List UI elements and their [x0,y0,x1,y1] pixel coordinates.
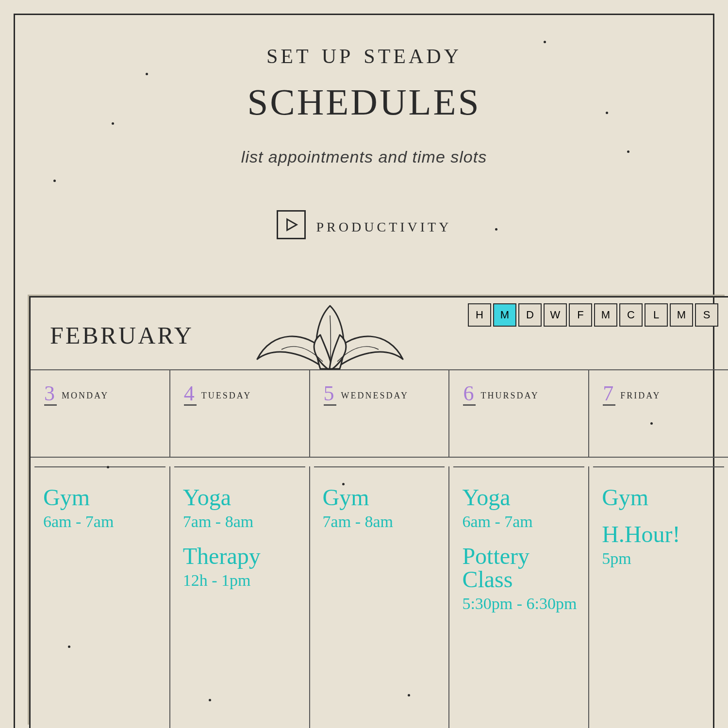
entry-title: Pottery Class [462,545,579,591]
entry-time: 7am - 8am [183,512,300,531]
entry-title: Gym [323,486,440,509]
view-tab-m[interactable]: M [670,303,693,327]
entry-title: Yoga [462,486,579,509]
entry-title: Yoga [183,486,300,509]
calendar-entry[interactable]: Gym7am - 8am [323,486,440,531]
day-number: 4 [184,383,197,406]
view-tab-c[interactable]: C [619,303,643,327]
calendar-entry[interactable]: H.Hour!5pm [602,523,719,568]
day-name: tuesday [201,387,251,402]
calendar-entry[interactable]: Gym6am - 7am [43,486,161,531]
calendar-entry[interactable]: Yoga6am - 7am [462,486,579,531]
entry-title: H.Hour! [602,523,719,546]
calendar-entry[interactable]: Yoga7am - 8am [183,486,300,531]
calendar-month: february [50,312,194,352]
view-tab-m[interactable]: M [493,303,516,327]
day-header-tuesday[interactable]: 4tuesday [170,370,310,457]
calendar-entry[interactable]: Therapy12h - 1pm [183,545,300,590]
day-column-thursday[interactable]: Yoga6am - 7amPottery Class5:30pm - 6:30p… [449,466,589,728]
view-tabs: HMDWFMCLMS [468,303,718,327]
day-column-friday[interactable]: GymH.Hour!5pm [589,466,728,728]
day-name: monday [62,387,109,402]
view-tab-f[interactable]: F [569,303,592,327]
day-header-monday[interactable]: 3monday [31,370,170,457]
day-number: 5 [324,383,336,406]
entry-title: Gym [43,486,161,509]
day-column-tuesday[interactable]: Yoga7am - 8amTherapy12h - 1pm [170,466,310,728]
day-number: 3 [44,383,57,406]
entry-title: Therapy [183,545,300,568]
day-header-thursday[interactable]: 6thursday [449,370,589,457]
day-name: wednesday [341,387,409,402]
entry-time: 5:30pm - 6:30pm [462,594,579,613]
view-tab-m[interactable]: M [594,303,617,327]
day-name: thursday [480,387,539,402]
view-tab-w[interactable]: W [544,303,567,327]
view-tab-h[interactable]: H [468,303,491,327]
day-column-monday[interactable]: Gym6am - 7am [31,466,170,728]
view-tab-l[interactable]: L [645,303,668,327]
entry-time: 5pm [602,549,719,568]
entry-time: 6am - 7am [462,512,579,531]
calendar-entry[interactable]: Pottery Class5:30pm - 6:30pm [462,545,579,613]
day-header-friday[interactable]: 7friday [589,370,728,457]
entry-time: 7am - 8am [323,512,440,531]
calendar-panel: february HMDWFMCLMS 3monday4tuesday5wedn… [29,296,728,728]
day-name: friday [620,387,661,402]
day-number: 6 [463,383,476,406]
day-column-wednesday[interactable]: Gym7am - 8am [310,466,450,728]
entry-title: Gym [602,486,719,509]
day-headers-row: 3monday4tuesday5wednesday6thursday7frida… [31,370,728,458]
day-header-wednesday[interactable]: 5wednesday [310,370,450,457]
entry-time: 6am - 7am [43,512,161,531]
view-tab-d[interactable]: D [518,303,542,327]
view-tab-s[interactable]: S [695,303,718,327]
slots-row: Gym6am - 7amYoga7am - 8amTherapy12h - 1p… [31,458,728,728]
day-number: 7 [603,383,615,406]
entry-time: 12h - 1pm [183,571,300,590]
calendar-header: february HMDWFMCLMS [31,298,728,370]
calendar-entry[interactable]: Gym [602,486,719,509]
